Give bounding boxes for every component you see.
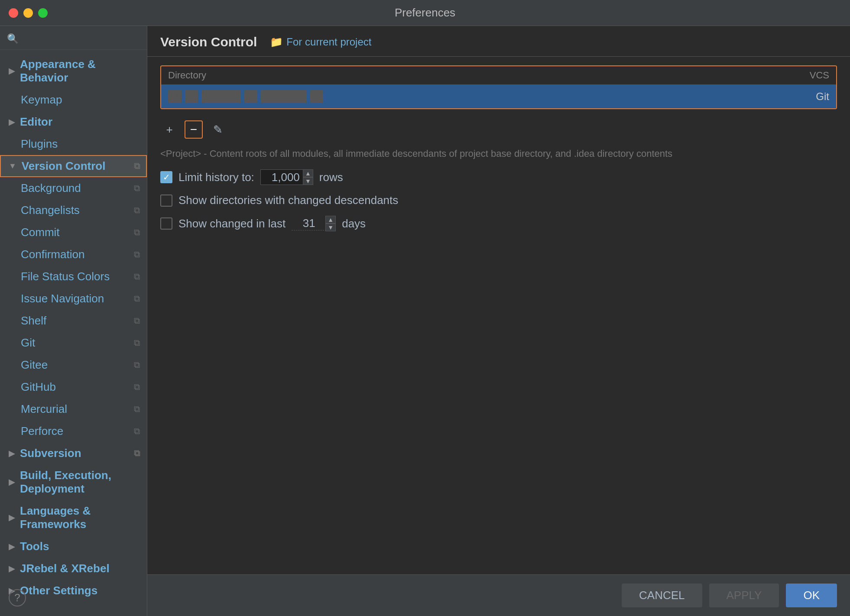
- sidebar-item-plugins[interactable]: Plugins: [0, 133, 147, 155]
- sidebar-item-label: Confirmation: [21, 248, 84, 261]
- sidebar-item-shelf[interactable]: Shelf ⧉: [0, 310, 147, 332]
- show-changed-descendants-label: Show directories with changed descendant…: [178, 194, 398, 207]
- show-changed-last-checkbox[interactable]: [160, 217, 172, 230]
- show-changed-last-label: Show changed in last: [178, 217, 285, 230]
- limit-history-input[interactable]: [260, 169, 304, 185]
- content-area: Version Control 📁 For current project Di…: [147, 26, 850, 616]
- limit-history-input-group: ▲ ▼: [260, 169, 313, 185]
- help-button[interactable]: ?: [9, 589, 26, 606]
- main-layout: 🔍 ▶ Appearance & Behavior Keymap ▶ Edito…: [0, 26, 850, 616]
- sidebar-item-issue-navigation[interactable]: Issue Navigation ⧉: [0, 288, 147, 310]
- cancel-button[interactable]: CANCEL: [622, 584, 702, 607]
- for-current-project-link[interactable]: 📁 For current project: [270, 36, 371, 48]
- ok-button[interactable]: OK: [786, 584, 837, 607]
- sidebar-item-version-control[interactable]: ▼ Version Control ⧉: [0, 155, 147, 177]
- apply-button[interactable]: APPLY: [709, 584, 779, 607]
- sidebar-item-jrebel[interactable]: ▶ JRebel & XRebel: [0, 558, 147, 580]
- sidebar-item-confirmation[interactable]: Confirmation ⧉: [0, 243, 147, 266]
- search-icon: 🔍: [7, 33, 19, 45]
- vcs-table-wrapper: Directory VCS ~/ ... /project/ ... /src/…: [160, 65, 837, 109]
- copy-settings-icon: ⧉: [134, 250, 140, 259]
- close-button[interactable]: [9, 8, 18, 18]
- sidebar-item-label: Issue Navigation: [21, 292, 104, 305]
- toolbar: + − ✎: [160, 116, 837, 143]
- limit-history-row: ✓ Limit history to: ▲ ▼ rows: [160, 169, 837, 185]
- limit-history-label: Limit history to:: [178, 171, 254, 184]
- sidebar-items: ▶ Appearance & Behavior Keymap ▶ Editor …: [0, 50, 147, 616]
- sidebar-item-label: Changelists: [21, 204, 80, 217]
- copy-settings-icon: ⧉: [134, 272, 140, 282]
- copy-settings-icon: ⧉: [134, 205, 140, 215]
- path-segment-1: ~/: [168, 90, 182, 103]
- remove-button[interactable]: −: [185, 120, 203, 139]
- sidebar-item-label: Languages & Frameworks: [20, 504, 140, 531]
- path-segment-4: ...: [244, 90, 257, 103]
- show-changed-last-spinner: ▲ ▼: [325, 216, 336, 231]
- show-changed-descendants-checkbox[interactable]: [160, 195, 172, 207]
- footer: CANCEL APPLY OK: [147, 574, 850, 616]
- sidebar-item-label: Plugins: [21, 137, 58, 151]
- sidebar-item-gitee[interactable]: Gitee ⧉: [0, 354, 147, 376]
- sidebar-item-label: Gitee: [21, 358, 48, 372]
- sidebar-item-file-status-colors[interactable]: File Status Colors ⧉: [0, 266, 147, 288]
- sidebar-item-keymap[interactable]: Keymap: [0, 89, 147, 111]
- sidebar-item-tools[interactable]: ▶ Tools: [0, 535, 147, 558]
- sidebar-search-container[interactable]: 🔍: [0, 26, 147, 50]
- sidebar-item-label: GitHub: [21, 380, 56, 394]
- sidebar-item-label: Subversion: [20, 447, 81, 460]
- window-title: Preferences: [395, 6, 455, 19]
- col-directory-header: Directory: [168, 70, 206, 81]
- sidebar-item-languages[interactable]: ▶ Languages & Frameworks: [0, 500, 147, 535]
- sidebar: 🔍 ▶ Appearance & Behavior Keymap ▶ Edito…: [0, 26, 147, 616]
- expand-icon: ▶: [9, 117, 15, 127]
- title-bar: Preferences: [0, 0, 850, 26]
- sidebar-item-subversion[interactable]: ▶ Subversion ⧉: [0, 442, 147, 464]
- content-body: Directory VCS ~/ ... /project/ ... /src/…: [147, 57, 850, 574]
- expand-icon: ▶: [9, 564, 15, 574]
- expand-icon: ▼: [9, 162, 16, 171]
- sidebar-item-editor[interactable]: ▶ Editor: [0, 111, 147, 133]
- limit-history-checkbox[interactable]: ✓: [160, 171, 172, 183]
- show-changed-last-suffix: days: [342, 217, 366, 230]
- show-changed-last-input[interactable]: [292, 217, 326, 230]
- copy-settings-icon: ⧉: [134, 338, 140, 348]
- sidebar-item-label: Mercurial: [21, 402, 67, 416]
- row-directory-cell: ~/ ... /project/ ... /src/build/ ...: [168, 90, 323, 103]
- spinner-up[interactable]: ▲: [303, 169, 313, 177]
- expand-icon: ▶: [9, 449, 15, 458]
- row-vcs-value: Git: [816, 91, 829, 103]
- spinner-down[interactable]: ▼: [303, 177, 313, 185]
- for-current-project-label: For current project: [286, 36, 371, 48]
- sidebar-item-background[interactable]: Background ⧉: [0, 177, 147, 199]
- sidebar-item-build-execution[interactable]: ▶ Build, Execution, Deployment: [0, 464, 147, 500]
- copy-settings-icon: ⧉: [134, 426, 140, 436]
- add-button[interactable]: +: [160, 120, 178, 139]
- vcs-table-inner: Directory VCS ~/ ... /project/ ... /src/…: [161, 66, 836, 108]
- project-link-icon: 📁: [270, 36, 283, 48]
- sidebar-item-label: Editor: [20, 115, 52, 129]
- show-changed-descendants-row: Show directories with changed descendant…: [160, 194, 837, 207]
- sidebar-item-git[interactable]: Git ⧉: [0, 332, 147, 354]
- sidebar-item-appearance[interactable]: ▶ Appearance & Behavior: [0, 53, 147, 89]
- search-input[interactable]: [22, 33, 147, 45]
- table-row[interactable]: ~/ ... /project/ ... /src/build/ ... Git: [161, 85, 836, 108]
- sidebar-item-mercurial[interactable]: Mercurial ⧉: [0, 398, 147, 420]
- table-header-row: Directory VCS: [161, 66, 836, 85]
- info-text: <Project> - Content roots of all modules…: [160, 146, 837, 161]
- edit-button[interactable]: ✎: [209, 120, 227, 139]
- sidebar-item-changelists[interactable]: Changelists ⧉: [0, 199, 147, 221]
- path-segment-3: /project/: [201, 90, 240, 103]
- spinner-down-2[interactable]: ▼: [325, 224, 336, 231]
- copy-settings-icon: ⧉: [134, 316, 140, 326]
- sidebar-item-perforce[interactable]: Perforce ⧉: [0, 420, 147, 442]
- maximize-button[interactable]: [38, 8, 48, 18]
- expand-icon: ▶: [9, 66, 15, 76]
- content-header: Version Control 📁 For current project: [147, 26, 850, 57]
- window-controls[interactable]: [9, 8, 48, 18]
- limit-history-suffix: rows: [319, 171, 343, 184]
- minimize-button[interactable]: [23, 8, 33, 18]
- sidebar-item-github[interactable]: GitHub ⧉: [0, 376, 147, 398]
- show-changed-last-row: Show changed in last ▲ ▼ days: [160, 216, 837, 231]
- spinner-up-2[interactable]: ▲: [325, 216, 336, 224]
- sidebar-item-commit[interactable]: Commit ⧉: [0, 221, 147, 243]
